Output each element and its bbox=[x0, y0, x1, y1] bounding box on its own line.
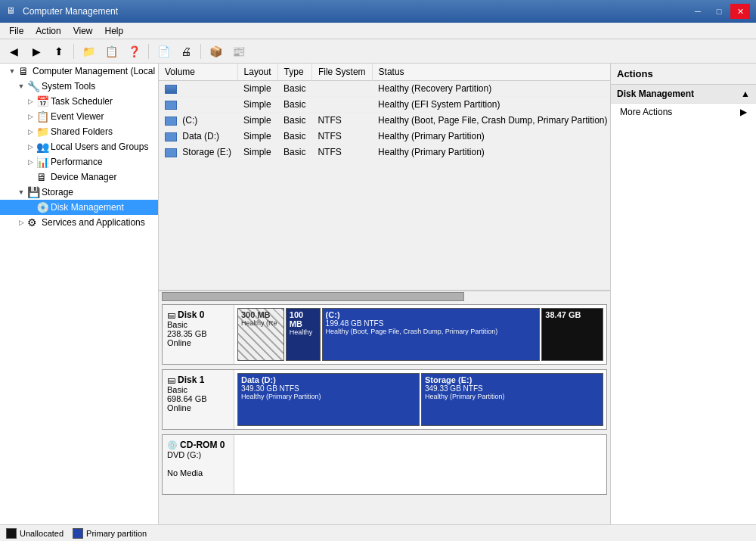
tree-expand-shared: ▷ bbox=[24, 126, 36, 138]
col-volume[interactable]: Volume bbox=[159, 64, 237, 81]
tree-system-tools-label: System Tools bbox=[42, 81, 95, 92]
tree-event-viewer[interactable]: ▷ 📋 Event Viewer bbox=[0, 109, 158, 124]
disk-0-icon: 🖴 bbox=[167, 310, 178, 319]
disk-0-partitions: 300 MB Healthy (Re 100 MB Healthy (C:) 1… bbox=[234, 305, 606, 364]
disk-1-partitions: Data (D:) 349.30 GB NTFS Healthy (Primar… bbox=[234, 370, 606, 429]
title-bar-left: 🖥 Computer Management bbox=[6, 5, 118, 17]
actions-section-label: Disk Management bbox=[617, 89, 694, 99]
tree-services[interactable]: ▷ ⚙ Services and Applications bbox=[0, 215, 158, 230]
status-legend: Unallocated Primary partition bbox=[6, 528, 147, 539]
close-button[interactable]: ✕ bbox=[730, 4, 750, 19]
table-row[interactable]: Data (D:) Simple Basic NTFS Healthy (Pri… bbox=[159, 129, 610, 145]
tree-expand-services: ▷ bbox=[15, 216, 27, 229]
toolbar-export[interactable]: 📄 bbox=[153, 42, 174, 61]
tree-storage[interactable]: ▼ 💾 Storage bbox=[0, 185, 158, 200]
toolbar-msc[interactable]: 📰 bbox=[228, 42, 249, 61]
toolbar-forward[interactable]: ▶ bbox=[26, 42, 47, 61]
tree-storage-label: Storage bbox=[42, 187, 73, 197]
disk-visual-area[interactable]: 🖴 Disk 0 Basic 238.35 GB Online 300 MB H… bbox=[159, 301, 610, 524]
toolbar-show-hide-console[interactable]: 📁 bbox=[78, 42, 99, 61]
tree-local-users[interactable]: ▷ 👥 Local Users and Groups bbox=[0, 139, 158, 154]
storage-icon: 💾 bbox=[27, 186, 39, 198]
tree-disk-management[interactable]: 💿 Disk Management bbox=[0, 200, 158, 215]
tree-shared-folders[interactable]: ▷ 📁 Shared Folders bbox=[0, 124, 158, 139]
legend-primary-box bbox=[73, 528, 83, 539]
actions-section-disk-management[interactable]: Disk Management ▲ bbox=[611, 85, 756, 104]
app-icon: 🖥 bbox=[6, 5, 18, 17]
tree-performance-label: Performance bbox=[51, 157, 103, 167]
cdrom-0-name: CD-ROM 0 bbox=[180, 440, 225, 450]
toolbar-up[interactable]: ⬆ bbox=[48, 42, 70, 61]
tree-system-tools[interactable]: ▼ 🔧 System Tools bbox=[0, 79, 158, 94]
col-filesystem[interactable]: File System bbox=[311, 64, 372, 81]
disk-1-row: 🖴 Disk 1 Basic 698.64 GB Online Data (D:… bbox=[162, 369, 607, 430]
cdrom-0-partitions bbox=[234, 435, 606, 494]
disk-0-partition-c[interactable]: (C:) 199.48 GB NTFS Healthy (Boot, Page … bbox=[322, 308, 541, 361]
disk-1-name: Disk 1 bbox=[178, 375, 204, 385]
services-icon: ⚙ bbox=[27, 216, 39, 229]
window-controls: ─ □ ✕ bbox=[688, 4, 750, 19]
performance-icon: 📊 bbox=[36, 156, 48, 168]
tree-performance[interactable]: ▷ 📊 Performance bbox=[0, 154, 158, 169]
menu-action[interactable]: Action bbox=[29, 24, 67, 38]
disk-table-area[interactable]: Volume Layout Type File System Status Ca… bbox=[159, 64, 610, 291]
tree-root[interactable]: ▼ 🖥 Computer Management (Local bbox=[0, 64, 158, 79]
menu-file[interactable]: File bbox=[3, 24, 29, 38]
table-row[interactable]: Simple Basic Healthy (Recovery Partition… bbox=[159, 81, 610, 97]
col-layout[interactable]: Layout bbox=[237, 64, 277, 81]
tree-expand-event: ▷ bbox=[24, 110, 36, 123]
table-scrollbar-h[interactable] bbox=[159, 291, 610, 301]
tree-panel: ▼ 🖥 Computer Management (Local ▼ 🔧 Syste… bbox=[0, 64, 159, 524]
window-title: Computer Management bbox=[23, 6, 118, 17]
disk-1-partition-e[interactable]: Storage (E:) 349.33 GB NTFS Healthy (Pri… bbox=[421, 373, 603, 426]
legend-unallocated-label: Unallocated bbox=[20, 529, 64, 538]
tree-services-label: Services and Applications bbox=[42, 217, 145, 228]
table-row[interactable]: (C:) Simple Basic NTFS Healthy (Boot, Pa… bbox=[159, 113, 610, 129]
toolbar-properties[interactable]: 📋 bbox=[101, 42, 122, 61]
menu-view[interactable]: View bbox=[67, 24, 99, 38]
task-scheduler-icon: 📅 bbox=[36, 95, 48, 107]
tree-expand-users: ▷ bbox=[24, 141, 36, 153]
disk-1-type: Basic bbox=[167, 385, 229, 394]
tree-device-manager[interactable]: 🖥 Device Manager bbox=[0, 169, 158, 185]
actions-more[interactable]: More Actions ▶ bbox=[611, 104, 756, 120]
disk-table: Volume Layout Type File System Status Ca… bbox=[159, 64, 610, 160]
tree-expand-system-tools: ▼ bbox=[15, 80, 27, 92]
cdrom-0-icon: 💿 bbox=[167, 440, 180, 449]
disk-0-row: 🖴 Disk 0 Basic 238.35 GB Online 300 MB H… bbox=[162, 304, 607, 365]
local-users-icon: 👥 bbox=[36, 141, 48, 153]
toolbar-print[interactable]: 🖨 bbox=[175, 42, 197, 61]
minimize-button[interactable]: ─ bbox=[688, 4, 708, 19]
legend-unallocated-box bbox=[6, 528, 17, 539]
toolbar-help[interactable]: ❓ bbox=[123, 42, 144, 61]
col-type[interactable]: Type bbox=[277, 64, 311, 81]
toolbar-snap-in[interactable]: 📦 bbox=[205, 42, 226, 61]
tree-disk-label: Disk Management bbox=[51, 202, 124, 213]
cdrom-0-row: 💿 CD-ROM 0 DVD (G:) No Media bbox=[162, 434, 607, 495]
disk-1-partition-d[interactable]: Data (D:) 349.30 GB NTFS Healthy (Primar… bbox=[237, 373, 420, 426]
tree-local-users-label: Local Users and Groups bbox=[51, 141, 148, 152]
col-status[interactable]: Status bbox=[372, 64, 610, 81]
disk-1-size: 698.64 GB bbox=[167, 394, 229, 403]
tree-expand-disk bbox=[24, 201, 36, 213]
menu-help[interactable]: Help bbox=[99, 24, 130, 38]
disk-0-partition-unallocated[interactable]: 38.47 GB bbox=[541, 308, 603, 361]
content-area: Volume Layout Type File System Status Ca… bbox=[159, 64, 610, 524]
main-container: ▼ 🖥 Computer Management (Local ▼ 🔧 Syste… bbox=[0, 64, 756, 524]
tree-task-scheduler[interactable]: ▷ 📅 Task Scheduler bbox=[0, 94, 158, 109]
tree-expand-perf: ▷ bbox=[24, 156, 36, 168]
disk-1-icon: 🖴 bbox=[167, 375, 178, 384]
tree-expand-device bbox=[24, 171, 36, 183]
table-row[interactable]: Storage (E:) Simple Basic NTFS Healthy (… bbox=[159, 145, 610, 160]
legend-unallocated: Unallocated bbox=[6, 528, 64, 539]
tree-task-label: Task Scheduler bbox=[51, 96, 113, 107]
event-viewer-icon: 📋 bbox=[36, 110, 48, 123]
disk-0-partition-efi[interactable]: 100 MB Healthy bbox=[286, 308, 321, 361]
toolbar-back[interactable]: ◀ bbox=[3, 42, 24, 61]
disk-0-partition-recovery[interactable]: 300 MB Healthy (Re bbox=[237, 308, 284, 361]
status-bar: Unallocated Primary partition bbox=[0, 524, 756, 541]
maximize-button[interactable]: □ bbox=[709, 4, 729, 19]
legend-primary: Primary partition bbox=[73, 528, 147, 539]
scrollbar-thumb bbox=[162, 292, 464, 301]
table-row[interactable]: Simple Basic Healthy (EFI System Partiti… bbox=[159, 97, 610, 113]
